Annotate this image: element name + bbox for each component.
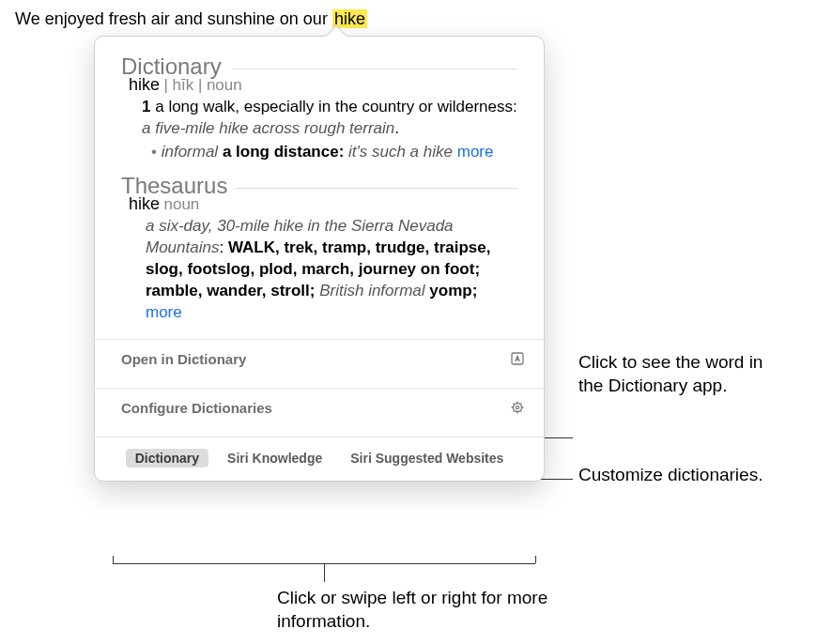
svg-rect-0: [512, 353, 523, 364]
synonym-block: a six-day, 30-mile hike in the Sierra Ne…: [146, 216, 517, 324]
more-link[interactable]: more: [457, 143, 494, 161]
configure-dictionaries-label: Configure Dictionaries: [121, 400, 272, 416]
configure-dictionaries-row[interactable]: Configure Dictionaries: [95, 389, 544, 427]
bullet-icon: •: [151, 143, 162, 161]
bracket-end: [535, 556, 536, 563]
highlighted-word[interactable]: hike: [332, 9, 367, 28]
gear-icon: [510, 400, 525, 415]
period: .: [394, 119, 399, 137]
dictionary-entry: hike | hīk | noun 1 a long walk, especia…: [129, 75, 517, 163]
callout-swipe: Click or swipe left or right for more in…: [277, 587, 578, 633]
svg-point-2: [516, 406, 518, 408]
divider: [236, 188, 517, 189]
sub-definition: • informal a long distance: it's such a …: [151, 142, 517, 163]
colon: :: [219, 238, 227, 256]
bracket-end: [113, 556, 114, 563]
register-label: informal: [162, 143, 218, 161]
sub-definition-example: it's such a hike: [348, 143, 457, 161]
tab-siri-suggested-websites[interactable]: Siri Suggested Websites: [341, 449, 513, 468]
pronunciation: | hīk |: [163, 76, 202, 94]
lookup-popover: Dictionary hike | hīk | noun 1 a long wa…: [94, 36, 545, 482]
dictionary-headword: hike: [129, 75, 160, 94]
popover-panel: Dictionary hike | hīk | noun 1 a long wa…: [94, 36, 545, 482]
open-in-dictionary-row[interactable]: Open in Dictionary: [95, 340, 544, 378]
sentence-before: We enjoyed fresh air and sunshine on our: [15, 9, 332, 28]
thesaurus-entry: hike noun a six-day, 30-mile hike in the…: [129, 194, 517, 324]
definition-text: a long walk, especially in the country o…: [155, 98, 517, 115]
thesaurus-pos: noun: [163, 195, 199, 213]
definition-example: a five-mile hike across rough terrain: [142, 119, 394, 137]
synonym-register: British informal: [319, 282, 424, 299]
part-of-speech: noun: [207, 76, 242, 94]
callout-configure: Customize dictionaries.: [578, 464, 776, 487]
source-tabs: Dictionary Siri Knowledge Siri Suggested…: [95, 437, 544, 481]
thesaurus-headword: hike: [129, 194, 160, 213]
callout-open: Click to see the word in the Dictionary …: [578, 351, 776, 397]
tab-siri-knowledge[interactable]: Siri Knowledge: [218, 449, 331, 468]
source-sentence: We enjoyed fresh air and sunshine on our…: [15, 9, 367, 29]
synonym-first: WALK: [228, 238, 275, 256]
tab-dictionary[interactable]: Dictionary: [126, 449, 208, 468]
sub-definition-text: a long distance:: [218, 143, 348, 161]
synonym-last: yomp;: [425, 282, 478, 299]
sense-number: 1: [142, 98, 150, 115]
open-in-dictionary-label: Open in Dictionary: [121, 351, 246, 367]
thesaurus-more-link[interactable]: more: [146, 303, 182, 321]
dictionary-app-icon: [510, 351, 525, 366]
definition-block: 1 a long walk, especially in the country…: [142, 97, 517, 163]
leader-line: [324, 563, 325, 582]
divider: [232, 69, 517, 69]
